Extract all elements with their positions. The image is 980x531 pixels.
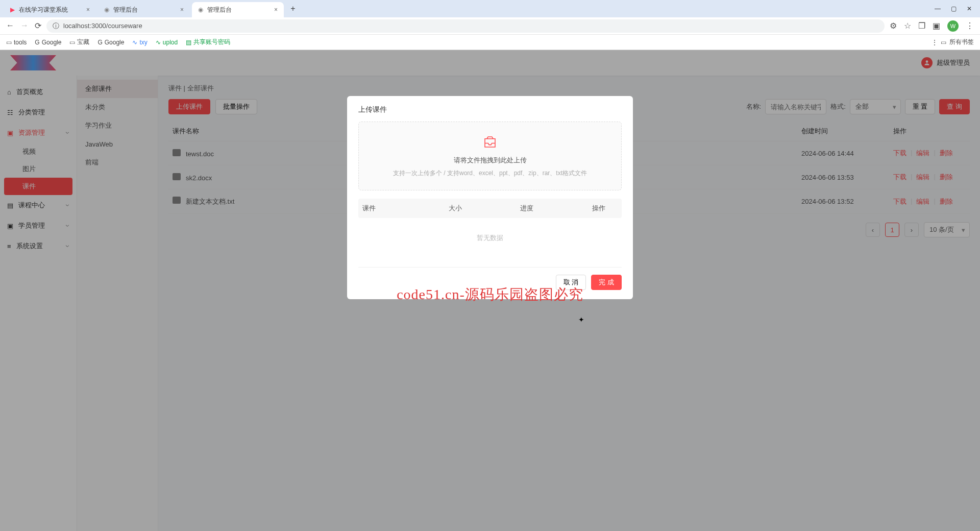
browser-tab-1[interactable]: ▶ 在线学习课堂系统 × xyxy=(4,2,96,17)
tab-title: 管理后台 xyxy=(113,6,138,14)
profile-avatar[interactable]: W xyxy=(947,20,959,32)
bookmark-item[interactable]: G Google xyxy=(35,39,61,46)
bookmark-item[interactable]: ∿ uplod xyxy=(156,39,178,46)
site-info-icon[interactable]: ⓘ xyxy=(53,21,59,31)
bookmark-item[interactable]: G Google xyxy=(97,39,124,46)
all-bookmarks-label[interactable]: 所有书签 xyxy=(949,38,974,46)
browser-tab-2[interactable]: ◉ 管理后台 × xyxy=(98,2,190,17)
bookmark-overflow-icon[interactable]: ⋮ xyxy=(932,39,938,46)
menu-icon[interactable]: ⋮ xyxy=(966,21,974,31)
url-input[interactable]: ⓘ localhost:3000/courseware xyxy=(46,19,885,33)
upload-empty-state: 暂无数据 xyxy=(358,218,622,258)
bookmark-item[interactable]: ▭ 宝藏 xyxy=(69,38,89,46)
upload-table-header: 课件 大小 进度 操作 xyxy=(358,199,622,218)
close-icon[interactable]: × xyxy=(274,6,278,13)
modal-footer: 取 消 完 成 xyxy=(358,267,622,290)
inbox-icon xyxy=(481,134,499,150)
bookmark-star-icon[interactable]: ☆ xyxy=(904,21,911,31)
url-text: localhost:3000/courseware xyxy=(63,22,142,30)
browser-tabs: ▶ 在线学习课堂系统 × ◉ 管理后台 × ◉ 管理后台 × + — ▢ ✕ xyxy=(0,0,980,17)
upload-col-op: 操作 xyxy=(592,204,618,213)
browser-tab-3[interactable]: ◉ 管理后台 × xyxy=(192,2,284,17)
upload-dropzone[interactable]: 请将文件拖拽到此处上传 支持一次上传多个 / 支持word、excel、ppt、… xyxy=(358,122,622,190)
cancel-button[interactable]: 取 消 xyxy=(556,275,586,290)
cursor-icon: ✦ xyxy=(578,316,584,324)
close-window-icon[interactable]: ✕ xyxy=(967,5,972,12)
reload-icon[interactable]: ⟳ xyxy=(35,21,41,31)
tab-title: 管理后台 xyxy=(207,6,232,14)
upload-col-size: 大小 xyxy=(449,204,521,213)
bookmark-item[interactable]: ∿ txy xyxy=(132,39,147,46)
close-icon[interactable]: × xyxy=(180,6,184,13)
tab-favicon: ◉ xyxy=(198,6,203,13)
modal-title: 上传课件 xyxy=(358,105,622,114)
upload-col-name: 课件 xyxy=(362,204,449,213)
maximize-icon[interactable]: ▢ xyxy=(951,5,957,12)
confirm-button[interactable]: 完 成 xyxy=(591,275,622,290)
new-tab-button[interactable]: + xyxy=(286,4,300,13)
close-icon[interactable]: × xyxy=(86,6,90,13)
bookmark-item[interactable]: ▤ 共享账号密码 xyxy=(186,38,230,46)
modal-overlay[interactable]: 上传课件 请将文件拖拽到此处上传 支持一次上传多个 / 支持word、excel… xyxy=(0,50,980,531)
tab-title: 在线学习课堂系统 xyxy=(19,6,68,14)
bookmarks-bar: ▭ tools G Google ▭ 宝藏 G Google ∿ txy ∿ u… xyxy=(0,35,980,50)
folder-icon: ▭ xyxy=(941,39,946,46)
forward-icon[interactable]: → xyxy=(20,21,29,31)
tab-favicon: ▶ xyxy=(10,6,15,13)
address-bar: ← → ⟳ ⓘ localhost:3000/courseware ⚙ ☆ ❐ … xyxy=(0,17,980,35)
tab-favicon: ◉ xyxy=(104,6,109,13)
bookmark-item[interactable]: ▭ tools xyxy=(6,39,27,46)
dropzone-hint: 支持一次上传多个 / 支持word、excel、ppt、pdf、zip、rar、… xyxy=(365,169,615,178)
minimize-icon[interactable]: — xyxy=(935,5,941,12)
back-icon[interactable]: ← xyxy=(6,21,14,31)
translate-icon[interactable]: ⚙ xyxy=(890,21,897,31)
extensions-icon[interactable]: ❐ xyxy=(918,21,925,31)
side-panel-icon[interactable]: ▣ xyxy=(933,21,940,31)
upload-modal: 上传课件 请将文件拖拽到此处上传 支持一次上传多个 / 支持word、excel… xyxy=(347,96,633,299)
dropzone-text: 请将文件拖拽到此处上传 xyxy=(365,156,615,165)
window-controls: — ▢ ✕ xyxy=(935,5,976,12)
upload-col-progress: 进度 xyxy=(520,204,592,213)
